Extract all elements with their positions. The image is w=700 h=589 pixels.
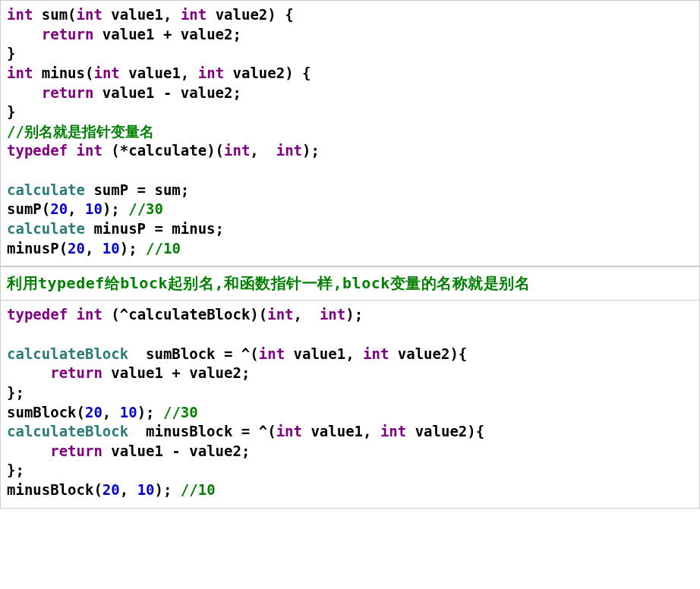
- kw-int: int: [267, 306, 293, 323]
- brace: };: [7, 461, 24, 478]
- num: 20: [50, 200, 68, 217]
- kw-int: int: [276, 142, 302, 159]
- text: (: [85, 65, 93, 81]
- num: 20: [102, 481, 120, 498]
- text: [68, 306, 76, 323]
- id-value1: value1: [111, 6, 163, 23]
- kw-int: int: [276, 423, 302, 439]
- num: 10: [120, 404, 137, 420]
- text: [102, 306, 111, 323]
- text: value1,: [302, 423, 380, 439]
- type-decl: (*calculate)(: [111, 142, 224, 159]
- text: [120, 65, 128, 81]
- comment: //别名就是指针变量名: [7, 123, 154, 140]
- kw-int: int: [93, 65, 119, 81]
- num: 10: [85, 200, 102, 217]
- brace: }: [7, 103, 15, 120]
- text: ,: [250, 142, 276, 159]
- heading: 利用typedef给block起别名,和函数指针一样,block变量的名称就是别…: [0, 266, 700, 300]
- text: [207, 6, 215, 23]
- text: [93, 26, 102, 43]
- kw-int: int: [7, 6, 33, 23]
- text: ,: [102, 404, 120, 420]
- text: ,: [163, 6, 181, 23]
- expr: value1 + value2;: [111, 364, 250, 381]
- brace: };: [7, 384, 24, 401]
- expr: value1 + value2;: [102, 26, 241, 43]
- text: ,: [85, 240, 102, 257]
- text: sumP = sum;: [85, 181, 189, 198]
- text: [33, 65, 41, 81]
- kw-return: return: [50, 443, 102, 459]
- text: minusBlock = ^(: [128, 423, 276, 439]
- text: sumBlock = ^(: [128, 345, 259, 362]
- text: [102, 142, 111, 159]
- kw-int: int: [77, 306, 102, 323]
- kw-int: int: [259, 345, 285, 362]
- brace: }: [7, 45, 15, 61]
- text: ) {: [285, 65, 311, 81]
- text: value2){: [389, 345, 467, 362]
- kw-typedef: typedef: [7, 306, 68, 323]
- text: sumP(: [7, 200, 50, 217]
- kw-int: int: [380, 423, 406, 439]
- id-value1: value1: [128, 65, 181, 81]
- text: sumBlock(: [7, 404, 85, 420]
- comment: //30: [128, 200, 163, 217]
- kw-int: int: [77, 6, 102, 23]
- text: [224, 65, 232, 81]
- kw-int: int: [363, 345, 389, 362]
- type-calculateBlock: calculateBlock: [7, 345, 128, 362]
- id-value2: value2: [233, 65, 285, 81]
- text: value2){: [406, 423, 484, 439]
- page-container: int sum(int value1, int value2) { return…: [0, 0, 700, 509]
- type-calculateBlock: calculateBlock: [7, 423, 128, 439]
- text: );: [345, 306, 363, 323]
- type-calculate: calculate: [7, 220, 85, 237]
- text: ,: [181, 65, 198, 81]
- kw-return: return: [50, 364, 102, 381]
- fn-minus: minus: [42, 65, 85, 81]
- text: ,: [294, 306, 320, 323]
- text: );: [137, 404, 163, 420]
- text: );: [302, 142, 320, 159]
- kw-int: int: [181, 6, 207, 23]
- kw-int: int: [77, 142, 102, 159]
- num: 10: [102, 240, 120, 257]
- text: );: [120, 240, 146, 257]
- text: );: [102, 200, 128, 217]
- kw-int: int: [7, 65, 33, 81]
- type-calculate: calculate: [7, 181, 85, 198]
- num: 20: [68, 240, 85, 257]
- comment: //10: [181, 481, 216, 498]
- id-value2: value2: [216, 6, 268, 23]
- text: ,: [120, 481, 137, 498]
- kw-return: return: [42, 84, 94, 101]
- num: 10: [137, 481, 155, 498]
- comment: //10: [146, 240, 181, 257]
- kw-int: int: [320, 306, 345, 323]
- text: [68, 142, 76, 159]
- code-block-2: typedef int (^calculateBlock)(int, int);…: [0, 300, 700, 508]
- fn-sum: sum: [42, 6, 68, 23]
- text: ,: [68, 200, 85, 217]
- kw-typedef: typedef: [7, 142, 68, 159]
- text: ) {: [267, 6, 293, 23]
- type-decl: (^calculateBlock)(: [111, 306, 267, 323]
- text: [93, 84, 102, 101]
- kw-int: int: [198, 65, 224, 81]
- kw-int: int: [224, 142, 250, 159]
- text: [102, 364, 111, 381]
- text: );: [155, 481, 181, 498]
- text: minusBlock(: [7, 481, 102, 498]
- comment: //30: [163, 404, 198, 420]
- text: [102, 6, 111, 23]
- heading-text: 利用typedef给block起别名,和函数指针一样,block变量的名称就是别…: [7, 274, 530, 292]
- text: [102, 443, 111, 459]
- text: minusP = minus;: [85, 220, 224, 237]
- text: value1,: [285, 345, 363, 362]
- text: [33, 6, 41, 23]
- kw-return: return: [42, 26, 94, 43]
- expr: value1 - value2;: [102, 84, 241, 101]
- code-block-1: int sum(int value1, int value2) { return…: [0, 0, 700, 266]
